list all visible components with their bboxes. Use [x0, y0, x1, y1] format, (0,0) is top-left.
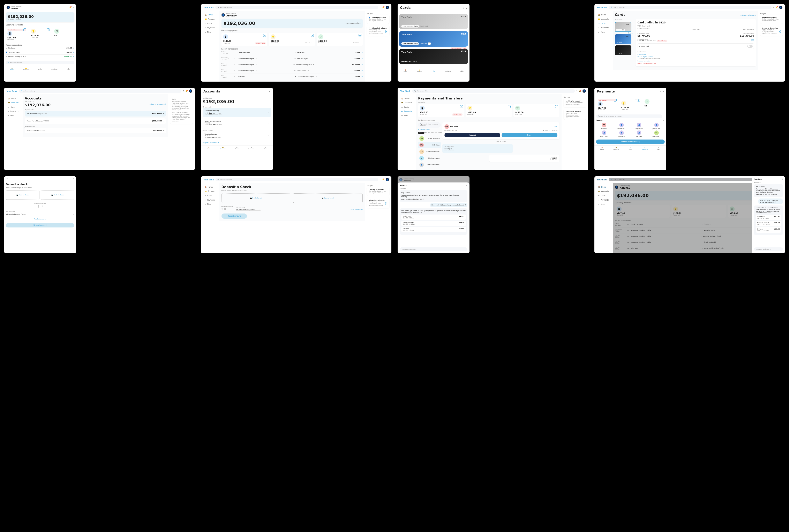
- bell-icon[interactable]: 🔔: [69, 6, 71, 8]
- greeting-name: Abhinav: [12, 7, 22, 9]
- recipient-item[interactable]: VTVeronica Ta…: [649, 131, 665, 137]
- front-upload[interactable]: 📷 Front of check: [6, 190, 39, 200]
- recipient-search[interactable]: 🔍 Search for a person or contact: [418, 122, 441, 128]
- gear-icon[interactable]: ⚙: [466, 7, 467, 9]
- close-icon[interactable]: ✕: [466, 185, 467, 186]
- balance-amount: $192,036.00: [8, 14, 72, 19]
- transaction-row[interactable]: Today, 11:41am▭Credit card 8420→Starbuck…: [222, 50, 363, 56]
- expense-row: Farmer's marketDec 22, 10:19am$35.50: [756, 221, 781, 226]
- recipient-item[interactable]: BWBilly West: [596, 123, 612, 129]
- recipient-item[interactable]: 👤Troy Baker: [631, 131, 647, 137]
- assistant-input[interactable]: Message assistant ➤: [400, 247, 467, 251]
- transaction-row[interactable]: ☕Starbucks-$18.50⊙: [6, 46, 74, 50]
- recipient-item[interactable]: 👤Jennifer Hale: [649, 123, 665, 129]
- assistant-input[interactable]: Message assistant ➤: [754, 247, 783, 251]
- deposit-button[interactable]: Deposit amount: [6, 223, 74, 227]
- recipient-item[interactable]: 👤Kevin Conroy: [596, 131, 612, 137]
- recipient-item[interactable]: CFCrispin Freeman: [418, 155, 441, 162]
- filter-icon[interactable]: ▽: [663, 115, 665, 117]
- sidebar-item-home[interactable]: 🏠 Home: [203, 13, 217, 17]
- invest-card[interactable]: 👤Looking to invest?Get a consultation fr…: [367, 15, 389, 24]
- transaction-row[interactable]: Dec 15, 9:05pm▭Advanced Checking **1234→…: [222, 62, 363, 68]
- account-select[interactable]: Advanced Checking **1234⌄: [6, 213, 74, 216]
- account-row[interactable]: Advanced Checking ** 1234$100,000.00 →: [25, 111, 166, 116]
- help-icon[interactable]: ⎋: [73, 6, 74, 8]
- transaction-row[interactable]: Yesterday, 7:12pm▭Advanced Checking **12…: [222, 56, 363, 62]
- transaction-row[interactable]: Dec 15, 3:05pm▭Billy West→Advanced Check…: [222, 74, 363, 79]
- request-button[interactable]: Request: [444, 133, 500, 137]
- send-request-button[interactable]: Send or request money: [596, 139, 665, 144]
- bell-icon[interactable]: 🔔: [382, 6, 384, 8]
- open-account-link[interactable]: ⊕ Open a new account: [149, 103, 166, 105]
- explore-link[interactable]: ⊕ Explore other cards: [740, 14, 756, 16]
- credit-card[interactable]: Your BankVISA •••• •••• •••• 2810Debit c…: [399, 31, 468, 46]
- freeze-toggle[interactable]: [747, 45, 753, 48]
- recipient-item[interactable]: CSChristopher Sabat: [418, 148, 441, 155]
- expense-row: Trader Joe'sDec 24, 4:50pm$42.25: [401, 214, 466, 220]
- logo[interactable]: Your Bank: [204, 6, 214, 8]
- sidebar-item-accounts[interactable]: 💳 Accounts: [203, 17, 217, 21]
- amount-input[interactable]: $ 0: [6, 204, 74, 208]
- avatar[interactable]: 👤: [386, 6, 389, 9]
- recipient-item[interactable]: BWBilly West: [418, 142, 441, 148]
- payment-card[interactable]: Due in 4 days 📱 $147.00 Phone bill +: [6, 27, 27, 42]
- expense-row: Trader Joe'sDec 24, 4:50pm$42.25: [756, 215, 781, 220]
- close-icon[interactable]: ✕: [782, 178, 783, 180]
- greeting-label: Good evening,: [12, 6, 22, 7]
- avatar[interactable]: 👤: [6, 6, 10, 9]
- tab-home[interactable]: 🏠Home: [10, 68, 14, 70]
- tab-accounts[interactable]: 💳Accounts: [23, 68, 29, 70]
- search-input[interactable]: 🔍 Ask us anything: [215, 6, 378, 9]
- help-icon[interactable]: ?: [463, 7, 464, 9]
- recipient-item[interactable]: 👤Dan Castellaneta: [418, 162, 441, 168]
- help-icon[interactable]: ?: [380, 6, 381, 8]
- payment-card[interactable]: 💡 $122.99 Power bill +: [29, 27, 51, 42]
- transaction-row[interactable]: Dec 15, 8:18pm▭Advanced Checking **1234→…: [222, 68, 363, 74]
- back-upload[interactable]: 📷 Back of check: [41, 190, 74, 200]
- tab-card-info[interactable]: Card information: [638, 28, 650, 31]
- expense-row: Farmer's marketDec 22, 10:19am$35.50: [401, 221, 466, 226]
- recipient-item[interactable]: 👤Grey DeLisle: [631, 123, 647, 129]
- upcoming-title: Upcoming payments: [6, 24, 74, 26]
- recipient-item[interactable]: 👤Dee Bradle…: [614, 123, 630, 129]
- credit-card[interactable]: Your BankVISA •••• •••• •••• 8420Credit …: [399, 14, 468, 29]
- expense-row: 7-ElevenDec 22, 2:05am$10.00: [756, 227, 781, 233]
- add-icon[interactable]: +: [23, 28, 26, 31]
- credit-card[interactable]: Payment due in 5 days Your BankVISA ••••…: [399, 49, 468, 64]
- send-button[interactable]: Send: [502, 133, 557, 137]
- back-icon[interactable]: ←: [6, 178, 8, 179]
- loan-card[interactable]: ✓A loan in 5 minutesApply using our stre…: [367, 25, 389, 36]
- expense-row: 7-ElevenDec 22, 2:05am$10.00: [401, 227, 466, 232]
- recipient-item[interactable]: ASAndre Sogliuzzo: [418, 135, 441, 142]
- search-input[interactable]: 🔍 Ask us anything: [6, 61, 74, 64]
- recipient-item[interactable]: 👤Tara Strong: [614, 131, 630, 137]
